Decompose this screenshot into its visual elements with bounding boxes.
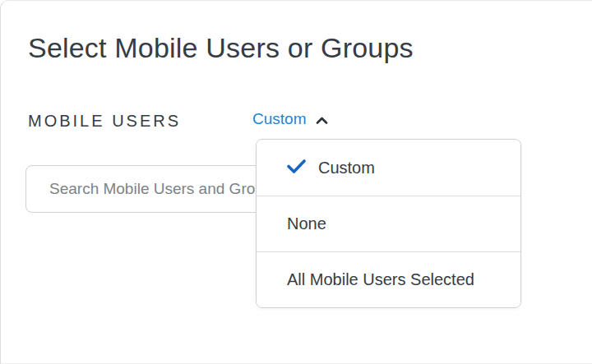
selection-mode-value: Custom [252,110,306,128]
chevron-up-icon [316,114,328,124]
dropdown-menu-item-label: None [287,214,326,233]
checkmark-icon [287,159,306,177]
dropdown-menu-item[interactable]: None [257,196,520,251]
dropdown-menu-item-label: All Mobile Users Selected [287,270,474,289]
dropdown-menu-item[interactable]: Custom [257,140,520,196]
dropdown-menu: Custom None All Mobile Users Selected [256,139,521,308]
page-title: Select Mobile Users or Groups [28,32,414,64]
selection-mode-dropdown-toggle[interactable]: Custom [252,110,328,128]
dropdown-menu-item[interactable]: All Mobile Users Selected [257,251,520,307]
select-mobile-users-panel: Select Mobile Users or Groups MOBILE USE… [0,0,592,364]
mobile-users-section-label: MOBILE USERS [28,112,181,131]
dropdown-menu-item-label: Custom [318,159,375,177]
